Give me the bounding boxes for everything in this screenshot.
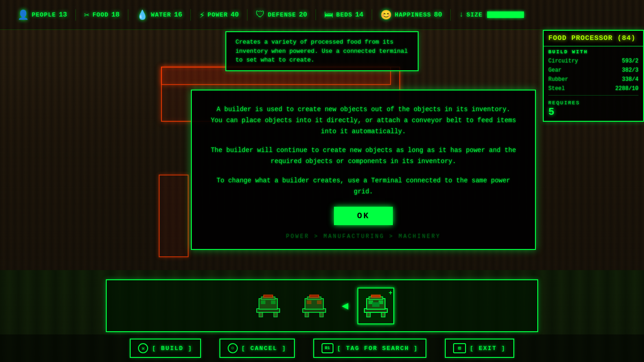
material-amount-gear: 382/3 — [622, 67, 638, 74]
exit-button[interactable]: ⊞ EXIT — [445, 339, 514, 358]
happiness-icon: 😊 — [380, 9, 392, 21]
tag-label: TAG FOR SEARCH — [337, 345, 418, 352]
carousel-arrow: ◀ — [342, 299, 348, 312]
defense-value: 20 — [299, 11, 307, 19]
happiness-label: HAPPINESS — [395, 11, 431, 18]
material-row-steel: Steel 2288/10 — [544, 84, 643, 93]
people-value: 13 — [59, 11, 67, 19]
exit-label: EXIT — [470, 345, 506, 352]
stat-happiness: 😊 HAPPINESS 80 — [372, 9, 451, 21]
stat-power: ⚡ POWER 40 — [191, 9, 247, 21]
carousel-item-2[interactable] — [296, 288, 333, 324]
build-icon: ✕ — [138, 343, 148, 353]
panel-divider — [548, 95, 638, 96]
bg-red-accent — [159, 175, 189, 257]
action-bar: ✕ BUILD ○ CANCEL R1 TAG FOR SEARCH ⊞ EXI… — [0, 334, 644, 362]
power-value: 40 — [230, 11, 239, 19]
machine-icon-2 — [300, 293, 328, 318]
material-row-rubber: Rubber 338/4 — [544, 75, 643, 84]
material-name-circuitry: Circuitry — [548, 58, 578, 64]
water-label: WATER — [151, 11, 171, 18]
beds-label: BEDS — [336, 11, 352, 18]
carousel-plus-icon: + — [389, 289, 392, 297]
material-row-gear: Gear 382/3 — [544, 66, 643, 75]
food-processor-title: FOOD PROCESSOR (84) — [544, 31, 643, 46]
dialog-breadcrumb: POWER > MANUFACTURING > MACHINERY — [210, 230, 517, 240]
dialog-box: A builder is used to create new objects … — [191, 90, 536, 250]
material-name-gear: Gear — [548, 67, 562, 74]
right-panel: FOOD PROCESSOR (84) BUILD WITH Circuitry… — [543, 30, 644, 122]
dialog-paragraph-2: The builder will continue to create new … — [210, 145, 517, 167]
requires-label: REQUIRES — [548, 100, 638, 106]
beds-value: 14 — [355, 11, 363, 19]
material-name-steel: Steel — [548, 85, 565, 92]
food-label: FOOD — [92, 11, 109, 18]
svg-rect-23 — [372, 302, 380, 307]
people-icon: 👤 — [17, 9, 29, 21]
cancel-button[interactable]: ○ CANCEL — [219, 339, 295, 358]
info-tooltip: Creates a variety of processed food from… — [225, 31, 419, 71]
dialog-text: A builder is used to create new objects … — [210, 104, 517, 198]
info-tooltip-text: Creates a variety of processed food from… — [236, 38, 408, 65]
cancel-label: CANCEL — [242, 345, 287, 352]
size-bar — [487, 11, 524, 18]
material-amount-circuitry: 593/2 — [622, 58, 638, 64]
size-label: SIZE — [466, 11, 483, 18]
carousel-item-selected[interactable]: + — [357, 288, 394, 324]
svg-rect-5 — [261, 300, 265, 304]
stat-water: 💧 WATER 16 — [128, 9, 191, 21]
stat-food: ✂ FOOD 18 — [76, 9, 128, 21]
stat-beds: 🛏 BEDS 14 — [316, 9, 372, 20]
requires-section: REQUIRES 5 — [544, 97, 643, 121]
size-down-icon: ↓ — [459, 11, 464, 19]
build-label: BUILD — [152, 345, 192, 352]
power-icon: ⚡ — [199, 9, 205, 21]
svg-rect-7 — [264, 295, 273, 297]
material-amount-steel: 2288/10 — [615, 85, 638, 92]
happiness-value: 80 — [434, 11, 442, 19]
stat-size: ↓ SIZE — [451, 11, 532, 19]
stat-defense: 🛡 DEFENSE 20 — [247, 9, 316, 20]
dialog-paragraph-1: A builder is used to create new objects … — [210, 104, 517, 137]
svg-rect-14 — [317, 300, 322, 304]
people-label: PEOPLE — [32, 11, 56, 18]
svg-rect-13 — [307, 300, 311, 304]
svg-rect-15 — [310, 295, 319, 297]
machine-icon-selected — [362, 293, 390, 318]
food-icon: ✂ — [84, 9, 90, 21]
beds-icon: 🛏 — [324, 9, 334, 20]
tag-icon: R1 — [322, 343, 334, 353]
cancel-icon: ○ — [228, 343, 238, 353]
build-button[interactable]: ✕ BUILD — [130, 339, 201, 358]
material-name-rubber: Rubber — [548, 76, 568, 83]
svg-rect-6 — [271, 300, 276, 304]
item-carousel: ◀ + — [106, 279, 538, 332]
material-amount-rubber: 338/4 — [622, 76, 638, 83]
requires-value: 5 — [548, 106, 638, 118]
material-row-circuitry: Circuitry 593/2 — [544, 57, 643, 66]
power-label: POWER — [207, 11, 228, 18]
carousel-item-1[interactable] — [250, 288, 287, 324]
svg-rect-24 — [371, 295, 380, 297]
hud-top-bar: 👤 PEOPLE 13 ✂ FOOD 18 💧 WATER 16 ⚡ POWER… — [0, 0, 644, 30]
water-icon: 💧 — [137, 9, 148, 21]
tag-search-button[interactable]: R1 TAG FOR SEARCH — [313, 339, 426, 358]
defense-label: DEFENSE — [268, 11, 296, 18]
machine-icon-1 — [254, 293, 282, 318]
dialog-paragraph-3: To change what a builder creates, use a … — [210, 175, 517, 198]
stat-people: 👤 PEOPLE 13 — [9, 9, 76, 21]
exit-icon: ⊞ — [453, 343, 466, 353]
water-value: 16 — [174, 11, 182, 19]
ok-button[interactable]: OK — [334, 207, 393, 225]
build-with-label: BUILD WITH — [544, 46, 643, 57]
defense-icon: 🛡 — [256, 9, 265, 20]
food-value: 18 — [111, 11, 120, 19]
